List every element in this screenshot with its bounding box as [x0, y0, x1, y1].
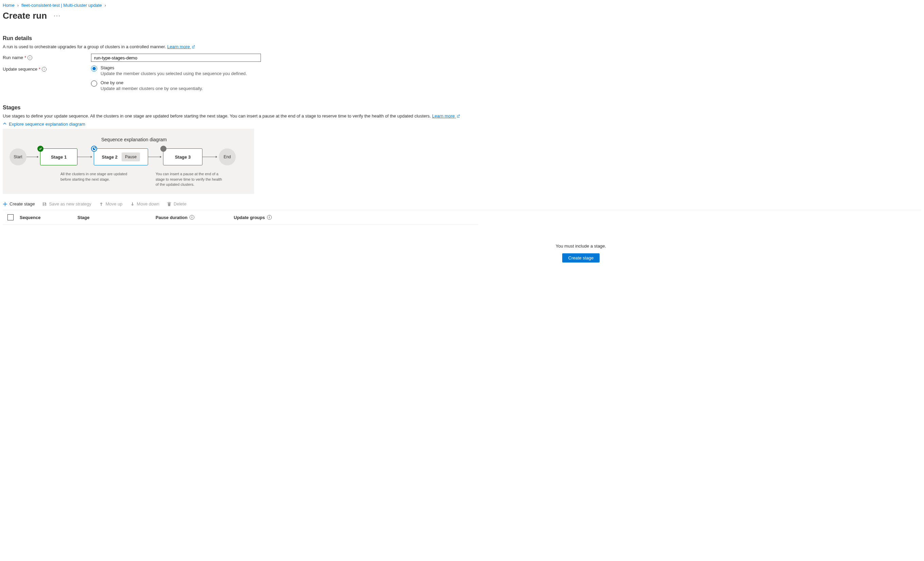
diagram-caption1: All the clusters in one stage are update… [60, 172, 128, 187]
breadcrumb-home[interactable]: Home [3, 3, 15, 8]
external-link-icon [457, 114, 460, 119]
save-strategy-button[interactable]: Save as new strategy [42, 201, 91, 206]
stages-heading: Stages [3, 105, 921, 111]
info-icon[interactable]: i [189, 215, 194, 220]
trash-icon [167, 202, 171, 206]
progress-icon [91, 146, 97, 152]
move-down-button[interactable]: Move down [130, 201, 159, 206]
save-icon [42, 202, 47, 206]
check-icon [38, 146, 44, 152]
diagram-caption2: You can insert a pause at the end of a s… [156, 172, 224, 187]
info-icon[interactable]: i [27, 55, 32, 60]
column-header-update-groups[interactable]: Update groups i [234, 215, 302, 220]
page-title: Create run [3, 10, 47, 21]
select-all-checkbox[interactable] [8, 214, 14, 220]
info-icon[interactable]: i [267, 215, 272, 220]
run-name-label: Run name * i [3, 54, 91, 60]
arrow-icon [78, 155, 94, 159]
stages-table: Sequence Stage Pause duration i Update g… [3, 210, 478, 225]
diagram-stage2-box: Stage 2 Pause [94, 148, 148, 165]
sequence-diagram: Sequence explanation diagram Start Stage… [3, 129, 254, 194]
update-sequence-label: Update sequence * i [3, 65, 91, 72]
diagram-title: Sequence explanation diagram [101, 137, 247, 142]
stages-learn-more-link[interactable]: Learn more [432, 114, 460, 118]
radio-label: Stages [100, 65, 247, 70]
diagram-stage3-box: Stage 3 [163, 148, 202, 165]
table-header: Sequence Stage Pause duration i Update g… [3, 210, 478, 224]
radio-label: One by one [100, 80, 203, 85]
pending-icon [160, 146, 166, 152]
stage-toolbar: Create stage Save as new strategy Move u… [3, 201, 921, 210]
radio-option-one-by-one[interactable]: One by one Update all member clusters on… [91, 80, 261, 91]
arrow-icon [202, 155, 219, 159]
radio-option-stages[interactable]: Stages Update the member clusters you se… [91, 65, 261, 76]
diagram-start-node: Start [9, 148, 27, 165]
plus-icon [3, 202, 8, 206]
arrow-up-icon [99, 202, 104, 206]
column-header-stage[interactable]: Stage [78, 215, 156, 220]
radio-icon [91, 81, 97, 87]
run-details-description: A run is used to orchestrate upgrades fo… [3, 44, 921, 49]
chevron-right-icon: › [17, 3, 19, 8]
diagram-pause-chip: Pause [122, 153, 140, 161]
external-link-icon [192, 45, 195, 49]
explore-diagram-toggle[interactable]: Explore sequence explanation diagram [3, 121, 921, 127]
chevron-up-icon [3, 121, 7, 127]
radio-description: Update all member clusters one by one se… [100, 86, 203, 91]
radio-description: Update the member clusters you selected … [100, 71, 247, 76]
move-up-button[interactable]: Move up [99, 201, 123, 206]
empty-state: You must include a stage. Create stage [554, 244, 608, 262]
delete-button[interactable]: Delete [167, 201, 186, 206]
more-actions-button[interactable]: ··· [54, 12, 61, 19]
arrow-icon [148, 155, 163, 159]
breadcrumb-parent[interactable]: fleet-consistent-test | Multi-cluster up… [21, 3, 102, 8]
radio-icon [91, 66, 97, 72]
required-indicator: * [24, 55, 26, 60]
run-name-input[interactable] [91, 54, 261, 62]
diagram-end-node: End [219, 148, 236, 165]
diagram-stage1-box: Stage 1 [40, 148, 78, 165]
breadcrumb: Home › fleet-consistent-test | Multi-clu… [3, 3, 921, 8]
create-stage-button[interactable]: Create stage [3, 201, 34, 206]
column-header-sequence[interactable]: Sequence [20, 215, 78, 220]
column-header-pause-duration[interactable]: Pause duration i [156, 215, 234, 220]
run-details-heading: Run details [3, 35, 921, 42]
create-stage-empty-button[interactable]: Create stage [562, 253, 600, 262]
run-details-learn-more-link[interactable]: Learn more [167, 44, 195, 49]
empty-state-message: You must include a stage. [554, 244, 608, 248]
info-icon[interactable]: i [42, 67, 46, 72]
stages-description: Use stages to define your update sequenc… [3, 114, 478, 119]
chevron-right-icon: › [105, 3, 106, 8]
arrow-icon [27, 155, 40, 159]
arrow-down-icon [130, 202, 135, 206]
required-indicator: * [39, 67, 40, 72]
